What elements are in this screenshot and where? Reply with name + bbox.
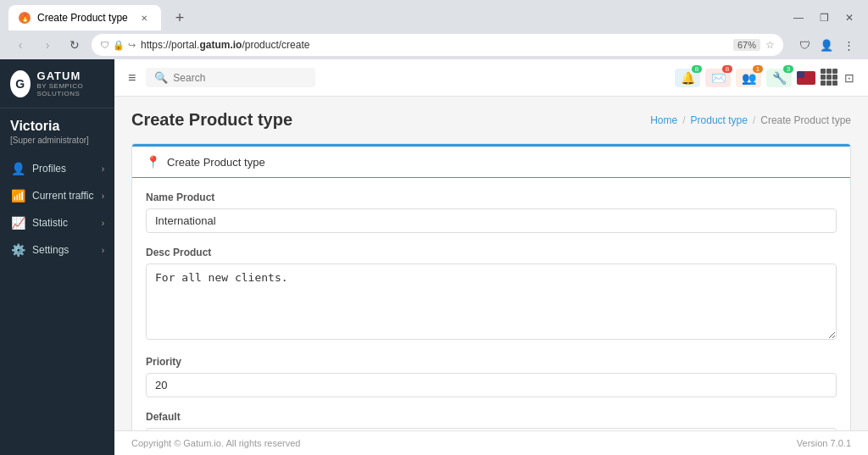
form-header-title: Create Product type [167,156,265,169]
breadcrumb-home[interactable]: Home [650,114,677,126]
sidebar-logo: G GATUM BY SEMPICO SOLUTIONS [0,59,114,108]
sidebar: G GATUM BY SEMPICO SOLUTIONS Victoria [S… [0,59,114,455]
page-header: Create Product type Home / Product type … [131,110,851,130]
page-body: Create Product type Home / Product type … [114,97,868,430]
zoom-level: 67% [733,39,760,51]
app-wrapper: G GATUM BY SEMPICO SOLUTIONS Victoria [S… [0,59,868,455]
traffic-icon: 📶 [10,189,25,203]
sidebar-user: Victoria [Super administrator] [0,108,114,148]
breadcrumb-current: Create Product type [760,114,851,126]
grid-view-icon[interactable] [821,69,839,87]
settings-icon: ⚙️ [10,243,25,257]
nav-item-left: ⚙️ Settings [10,243,69,257]
expand-icon[interactable]: ⊡ [844,71,854,85]
bookmark-icon[interactable]: ☆ [765,39,775,51]
nav-item-left: 👤 Profiles [10,162,66,175]
form-card-body: Name Product Desc Product For all new cl… [132,178,850,430]
chevron-icon: › [102,219,104,228]
form-header-icon: 📍 [146,155,160,169]
messages-badge[interactable]: ✉️ 8 [705,69,731,87]
traffic-label: Current traffic [32,190,93,202]
nav-item-left: 📈 Statistic [10,216,68,230]
breadcrumb-sep-1: / [682,114,685,126]
tasks-count: 3 [783,65,793,73]
sidebar-nav: 👤 Profiles › 📶 Current traffic › 📈 Stati… [0,148,114,455]
nav-back-button[interactable]: ‹ [10,35,31,55]
extensions-icon[interactable]: ⋮ [839,36,858,54]
browser-titlebar: 🔥 Create Product type ✕ + — ❐ ✕ [0,0,868,31]
breadcrumb-sep-2: / [753,114,755,126]
sidebar-item-current-traffic[interactable]: 📶 Current traffic › [0,182,114,209]
priority-group: Priority [146,356,837,397]
language-flag[interactable] [797,71,815,85]
name-product-label: Name Product [146,191,837,203]
chevron-icon: › [102,164,104,174]
main-content: ≡ 🔍 🔔 8 ✉️ 8 👥 1 🔧 [114,59,868,455]
user-role: [Super administrator] [10,136,104,145]
form-card: 📍 Create Product type Name Product Desc … [131,143,851,430]
settings-label: Settings [32,244,69,256]
url-prefix: https://portal. [141,39,199,51]
win-maximize-button[interactable]: ❐ [814,8,834,28]
footer-version: Version 7.0.1 [797,438,851,448]
default-group: Default No Yes [146,411,837,430]
breadcrumb: Home / Product type / Create Product typ… [650,114,851,126]
desc-product-label: Desc Product [146,247,837,258]
nav-forward-button[interactable]: › [37,35,58,55]
bell-count: 8 [692,65,702,73]
priority-label: Priority [146,356,837,368]
breadcrumb-product-type[interactable]: Product type [691,114,748,126]
sidebar-item-statistic[interactable]: 📈 Statistic › [0,209,114,236]
form-card-header: 📍 Create Product type [132,144,850,178]
topbar-right-icons: 🔔 8 ✉️ 8 👥 1 🔧 3 [675,69,854,87]
logo-icon: G [10,70,31,97]
logo-name: GATUM [37,69,104,82]
nav-refresh-button[interactable]: ↻ [64,35,85,55]
url-display: https://portal.gatum.io/product/create [141,39,728,51]
new-tab-button[interactable]: + [168,6,192,30]
tasks-badge[interactable]: 🔧 3 [766,69,792,87]
sidebar-item-profiles[interactable]: 👤 Profiles › [0,155,114,182]
browser-toolbar-icons: 🛡 👤 ⋮ [795,36,858,54]
notifications-badge[interactable]: 🔔 8 [675,69,700,87]
tab-title: Create Product type [37,12,128,24]
profile-icon[interactable]: 👤 [817,36,836,54]
desc-product-textarea[interactable]: For all new clients. [146,264,837,340]
search-icon: 🔍 [154,71,168,84]
win-close-button[interactable]: ✕ [839,8,860,28]
tab-close-button[interactable]: ✕ [137,11,151,25]
statistic-icon: 📈 [10,216,25,230]
logo-text: GATUM BY SEMPICO SOLUTIONS [37,69,104,97]
menu-toggle-icon[interactable]: ≡ [128,70,136,86]
footer: Copyright © Gatum.io. All rights reserve… [114,430,868,455]
default-label: Default [146,411,837,423]
address-bar[interactable]: 🛡 🔒 ↪ https://portal.gatum.io/product/cr… [92,34,783,56]
security-icons: 🛡 🔒 ↪ [100,40,136,51]
browser-chrome: 🔥 Create Product type ✕ + — ❐ ✕ ‹ › ↻ 🛡 … [0,0,868,59]
topbar: ≡ 🔍 🔔 8 ✉️ 8 👥 1 🔧 [114,59,868,97]
profiles-label: Profiles [32,163,66,175]
win-minimize-button[interactable]: — [788,8,809,28]
chevron-icon: › [102,191,104,201]
tab-favicon: 🔥 [19,12,31,24]
user-name: Victoria [10,119,104,134]
profiles-icon: 👤 [10,162,25,175]
logo-sub: BY SEMPICO SOLUTIONS [37,82,104,97]
footer-copyright: Copyright © Gatum.io. All rights reserve… [131,438,300,448]
priority-input[interactable] [146,373,837,397]
search-input[interactable] [173,72,292,84]
name-product-input[interactable] [146,208,837,233]
chevron-icon: › [102,246,104,255]
sidebar-item-settings[interactable]: ⚙️ Settings › [0,236,114,264]
search-bar[interactable]: 🔍 [146,68,315,87]
url-path: /product/create [242,39,309,51]
page-title: Create Product type [131,110,292,130]
browser-tab[interactable]: 🔥 Create Product type ✕ [8,5,161,31]
desc-product-group: Desc Product For all new clients. [146,247,837,342]
shield-icon[interactable]: 🛡 [795,36,814,54]
users-badge[interactable]: 👥 1 [736,69,761,87]
users-count: 1 [753,65,763,73]
message-count: 8 [722,65,732,73]
window-controls: — ❐ ✕ [788,8,860,28]
url-domain: gatum.io [199,39,242,51]
